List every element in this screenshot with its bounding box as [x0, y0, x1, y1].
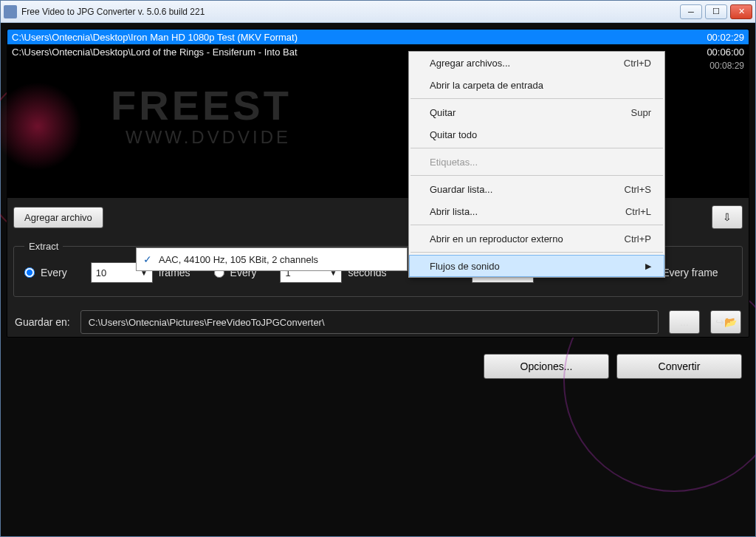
watermark-text: FREEST [111, 81, 292, 129]
browse-button[interactable]: ... [669, 310, 700, 334]
save-label: Guardar en: [15, 316, 70, 328]
menu-tags: Etiquetas... [409, 151, 664, 173]
menu-open-input-folder[interactable]: Abrir la carpeta de entrada [409, 74, 664, 96]
open-folder-button[interactable]: ↪📂 [710, 310, 741, 334]
menu-remove[interactable]: QuitarSupr [409, 101, 664, 123]
convert-button[interactable]: Convertir [616, 354, 742, 379]
window-title: Free Video to JPG Converter v. 5.0.6 bui… [21, 7, 680, 17]
menu-open-external[interactable]: Abrir en un reproductor externoCtrl+P [409, 228, 664, 250]
radio-every-frames[interactable] [24, 267, 35, 278]
open-folder-icon: ↪📂 [715, 316, 737, 328]
move-down-button[interactable]: ⇩ [712, 205, 743, 229]
sound-option-label[interactable]: AAC, 44100 Hz, 105 KBit, 2 channels [159, 254, 407, 265]
titlebar[interactable]: Free Video to JPG Converter v. 5.0.6 bui… [1, 1, 755, 23]
file-path: C:\Users\Ontecnia\Desktop\Iron Man HD 10… [12, 32, 685, 43]
submenu-arrow-icon: ▶ [645, 261, 651, 271]
context-menu[interactable]: Agregar archivos...Ctrl+D Abrir la carpe… [408, 51, 665, 278]
menu-remove-all[interactable]: Quitar todo [409, 123, 664, 146]
menu-open-list[interactable]: Abrir lista...Ctrl+L [409, 200, 664, 222]
check-icon: ✓ [137, 253, 159, 265]
close-button[interactable]: ✕ [730, 4, 752, 19]
list-item[interactable]: C:\Users\Ontecnia\Desktop\Iron Man HD 10… [7, 30, 749, 44]
options-button[interactable]: Opciones... [484, 354, 609, 379]
menu-sound-streams[interactable]: Flujos de sonido▶ [409, 255, 664, 277]
app-icon [4, 5, 17, 18]
minimize-button[interactable]: ─ [680, 4, 702, 19]
menu-add-files[interactable]: Agregar archivos...Ctrl+D [409, 52, 664, 74]
arrow-down-icon: ⇩ [723, 211, 732, 223]
save-path-field[interactable]: C:\Users\Ontecnia\Pictures\FreeVideoToJP… [80, 310, 659, 334]
app-body: FREEST WWW.DVDVIDE C:\Users\Ontecnia\Des… [1, 23, 755, 536]
extract-option-frames[interactable]: Every [24, 267, 67, 278]
extract-legend: Extract [24, 241, 63, 252]
sound-stream-popup[interactable]: ✓ AAC, 44100 Hz, 105 KBit, 2 channels [136, 247, 408, 271]
add-files-button[interactable]: Agregar archivo [13, 207, 103, 228]
save-row: Guardar en: C:\Users\Ontecnia\Pictures\F… [7, 301, 749, 337]
file-duration: 00:02:29 [685, 32, 744, 43]
maximize-button[interactable]: ☐ [705, 4, 727, 19]
watermark-url: WWW.DVDVIDE [126, 127, 291, 148]
menu-save-list[interactable]: Guardar lista...Ctrl+S [409, 178, 664, 200]
app-window: Free Video to JPG Converter v. 5.0.6 bui… [0, 0, 756, 537]
file-duration: 00:06:00 [685, 47, 744, 58]
footer: Opciones... Convertir [7, 343, 749, 383]
